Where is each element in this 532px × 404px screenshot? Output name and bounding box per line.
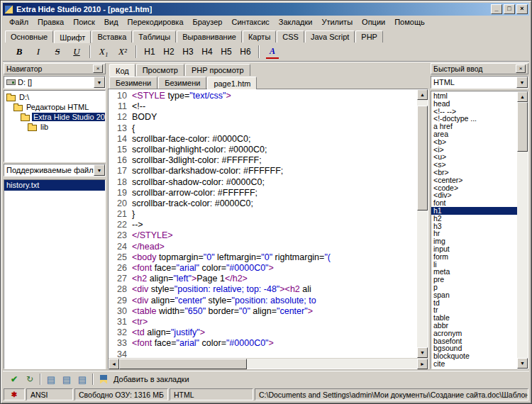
- scroll-thumb[interactable]: [119, 359, 247, 369]
- format-button-h1[interactable]: H1: [143, 45, 156, 59]
- tag-list-item[interactable]: form: [431, 253, 517, 261]
- panel-layout-icon-2[interactable]: ▤: [61, 374, 72, 385]
- format-button-h4[interactable]: H4: [201, 45, 214, 59]
- panel-layout-icon-3[interactable]: ▤: [77, 374, 88, 385]
- tag-list-item[interactable]: h3: [431, 223, 517, 230]
- tag-list-item[interactable]: <!-doctype ...: [431, 115, 517, 123]
- menu-item[interactable]: Утилиты: [317, 16, 357, 28]
- minimize-button[interactable]: _: [491, 4, 502, 14]
- editor-vertical-scrollbar[interactable]: ▲ ▼: [417, 89, 428, 358]
- bookmark-icon[interactable]: [98, 374, 109, 385]
- code-view[interactable]: 10<STYLE type="text/css">11<!--12BODY13{…: [109, 89, 417, 358]
- tag-list-item[interactable]: <b>: [431, 138, 517, 146]
- tag-list-item[interactable]: html: [431, 92, 517, 100]
- tree-item[interactable]: Редакторы HTML: [5, 102, 104, 112]
- format-button-subscript[interactable]: X₁: [97, 45, 110, 59]
- quick-input-mode-selector[interactable]: HTML ▼: [431, 76, 528, 89]
- scroll-up-icon[interactable]: ▲: [517, 91, 528, 102]
- format-button-h5[interactable]: H5: [220, 45, 233, 59]
- format-button-h3[interactable]: H3: [182, 45, 194, 59]
- file-tab[interactable]: Безимени: [109, 77, 157, 89]
- scroll-right-icon[interactable]: ►: [417, 359, 428, 369]
- tag-list-item[interactable]: bgsound: [431, 344, 517, 352]
- tag-list-item[interactable]: acronym: [431, 330, 517, 337]
- tag-list-item[interactable]: h1: [431, 207, 517, 215]
- menu-item[interactable]: Перекодировка: [123, 16, 188, 28]
- menu-item[interactable]: Помощь: [390, 16, 429, 28]
- view-tab[interactable]: PHP просмотр: [185, 64, 250, 76]
- tag-list-item[interactable]: head: [431, 100, 517, 108]
- add-bookmark-button[interactable]: Добавить в закладки: [113, 375, 189, 383]
- scroll-left-icon[interactable]: ◄: [109, 359, 119, 369]
- tag-list-item[interactable]: <!-- -->: [431, 108, 517, 116]
- format-button-h6[interactable]: H6: [239, 45, 252, 59]
- tag-list-item[interactable]: embed: [431, 368, 517, 369]
- tree-item[interactable]: lib: [5, 122, 104, 132]
- toolbar-tab[interactable]: Шрифт: [54, 30, 91, 43]
- format-button-bold[interactable]: B: [13, 45, 26, 59]
- format-button-underline[interactable]: U: [70, 45, 83, 59]
- tag-list-item[interactable]: font: [431, 199, 517, 207]
- tag-list-item[interactable]: basefont: [431, 337, 517, 345]
- editor-horizontal-scrollbar[interactable]: ◄ ►: [109, 358, 428, 369]
- toolbar-tab[interactable]: Таблицы: [133, 30, 176, 43]
- tag-list-item[interactable]: meta: [431, 268, 517, 276]
- menu-item[interactable]: Поиск: [69, 16, 99, 28]
- scroll-thumb[interactable]: [417, 106, 428, 211]
- menu-item[interactable]: Закладки: [275, 16, 317, 28]
- tag-list-item[interactable]: <center>: [431, 176, 517, 184]
- file-item[interactable]: history.txt: [4, 180, 105, 191]
- scroll-thumb[interactable]: [517, 102, 528, 152]
- tag-list-item[interactable]: img: [431, 237, 517, 245]
- supported-files-selector[interactable]: Поддерживаемые файлы ▼: [4, 164, 106, 176]
- toolbar-tab[interactable]: PHP: [355, 30, 383, 43]
- view-tab[interactable]: Код: [109, 64, 135, 77]
- toolbar-tab[interactable]: CSS: [277, 30, 304, 43]
- menu-item[interactable]: Браузер: [189, 16, 227, 28]
- tag-list-item[interactable]: <s>: [431, 161, 517, 169]
- file-tab[interactable]: Безимени: [158, 77, 206, 89]
- tag-list-item[interactable]: span: [431, 291, 517, 299]
- tag-list-item[interactable]: <i>: [431, 146, 517, 154]
- scroll-up-icon[interactable]: ▲: [417, 89, 428, 100]
- tag-list-item[interactable]: <div>: [431, 191, 517, 199]
- quick-input-close-icon[interactable]: ×: [516, 64, 526, 73]
- supported-files-dropdown-icon[interactable]: ▼: [94, 164, 105, 176]
- panel-layout-icon-1[interactable]: ▤: [45, 374, 57, 385]
- toolbar-tab[interactable]: Java Script: [305, 30, 355, 43]
- menu-item[interactable]: Синтаксис: [228, 16, 274, 28]
- tag-list-item[interactable]: <u>: [431, 153, 517, 161]
- maximize-button[interactable]: □: [504, 4, 515, 14]
- tag-list-item[interactable]: tr: [431, 306, 517, 314]
- scroll-down-icon[interactable]: ▼: [417, 347, 428, 358]
- toolbar-tab[interactable]: Карты: [243, 30, 276, 43]
- tag-list-item[interactable]: area: [431, 130, 517, 138]
- tag-list-item[interactable]: table: [431, 314, 517, 322]
- toolbar-tab[interactable]: Основные: [5, 30, 53, 43]
- view-tab[interactable]: Просмотр: [136, 64, 184, 76]
- tag-list-item[interactable]: pre: [431, 276, 517, 284]
- menu-item[interactable]: Правка: [33, 16, 68, 28]
- tag-list-item[interactable]: <br>: [431, 169, 517, 176]
- close-button[interactable]: ×: [516, 4, 528, 14]
- tag-list-item[interactable]: cite: [431, 360, 517, 368]
- tag-list-item[interactable]: td: [431, 299, 517, 307]
- tree-item[interactable]: D:\: [5, 92, 104, 102]
- font-color-icon[interactable]: A: [266, 45, 279, 59]
- tag-list-item[interactable]: <code>: [431, 184, 517, 192]
- drive-dropdown-icon[interactable]: ▼: [94, 77, 105, 88]
- tag-list-item[interactable]: p: [431, 284, 517, 291]
- navigator-close-icon[interactable]: ×: [93, 64, 103, 73]
- tag-list-item[interactable]: input: [431, 245, 517, 253]
- code-editor[interactable]: 10<STYLE type="text/css">11<!--12BODY13{…: [108, 89, 428, 369]
- menu-item[interactable]: Вид: [100, 16, 123, 28]
- drive-selector[interactable]: D: [] ▼: [4, 76, 106, 89]
- tag-list-item[interactable]: a href: [431, 123, 517, 130]
- format-button-strikethrough[interactable]: S: [51, 45, 64, 59]
- menu-item[interactable]: Файл: [5, 16, 33, 28]
- scroll-down-icon[interactable]: ▼: [517, 358, 528, 369]
- menu-item[interactable]: Опции: [358, 16, 389, 28]
- refresh-icon[interactable]: ↻: [24, 374, 35, 385]
- format-button-h2[interactable]: H2: [162, 45, 175, 59]
- tag-list-item[interactable]: abbr: [431, 322, 517, 330]
